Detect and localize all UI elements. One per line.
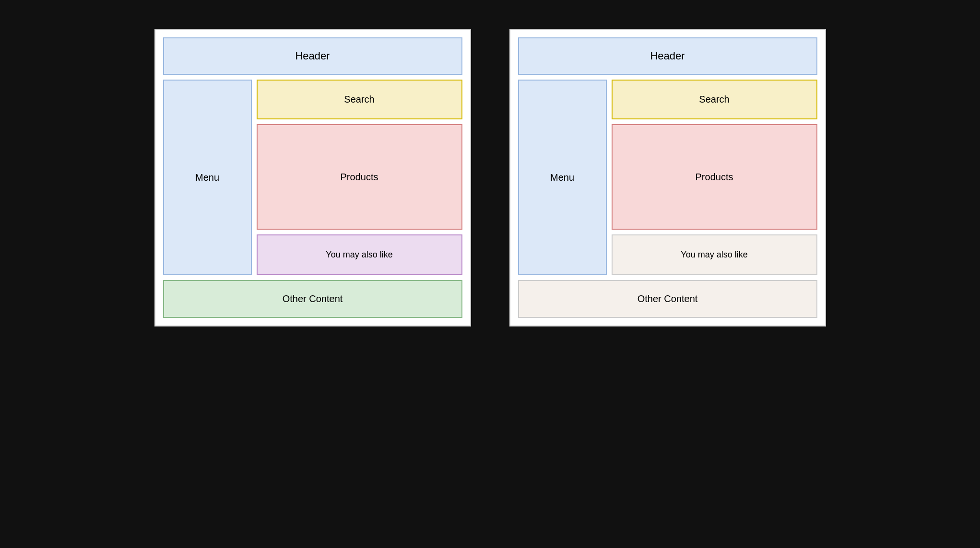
search-right: Search <box>612 80 817 119</box>
middle-row-right: Menu Search Products You may also like <box>518 80 817 275</box>
menu-left-label: Menu <box>195 172 219 183</box>
header-left: Header <box>163 37 462 75</box>
layout-container-right: Header Menu Search Products You may also… <box>509 29 826 326</box>
search-left: Search <box>257 80 462 119</box>
products-left: Products <box>257 124 462 230</box>
menu-left: Menu <box>163 80 252 275</box>
right-column-right: Search Products You may also like <box>612 80 817 275</box>
products-left-label: Products <box>341 172 378 183</box>
header-right-label: Header <box>650 50 685 62</box>
you-may-like-right-label: You may also like <box>681 250 747 260</box>
menu-right-label: Menu <box>550 172 574 183</box>
you-may-like-left-label: You may also like <box>326 250 392 260</box>
layout-container-left: Header Menu Search Products You may also… <box>154 29 471 326</box>
products-right-label: Products <box>696 172 733 183</box>
other-content-right-label: Other Content <box>638 293 698 304</box>
search-left-label: Search <box>344 94 374 105</box>
products-right: Products <box>612 124 817 230</box>
menu-right: Menu <box>518 80 607 275</box>
other-content-left: Other Content <box>163 280 462 318</box>
middle-row-left: Menu Search Products You may also like <box>163 80 462 275</box>
search-right-label: Search <box>699 94 729 105</box>
other-content-left-label: Other Content <box>283 293 343 304</box>
right-column-left: Search Products You may also like <box>257 80 462 275</box>
you-may-like-left: You may also like <box>257 234 462 275</box>
other-content-right: Other Content <box>518 280 817 318</box>
header-right: Header <box>518 37 817 75</box>
you-may-like-right: You may also like <box>612 234 817 275</box>
header-left-label: Header <box>295 50 330 62</box>
page-wrapper: Header Menu Search Products You may also… <box>0 0 980 548</box>
